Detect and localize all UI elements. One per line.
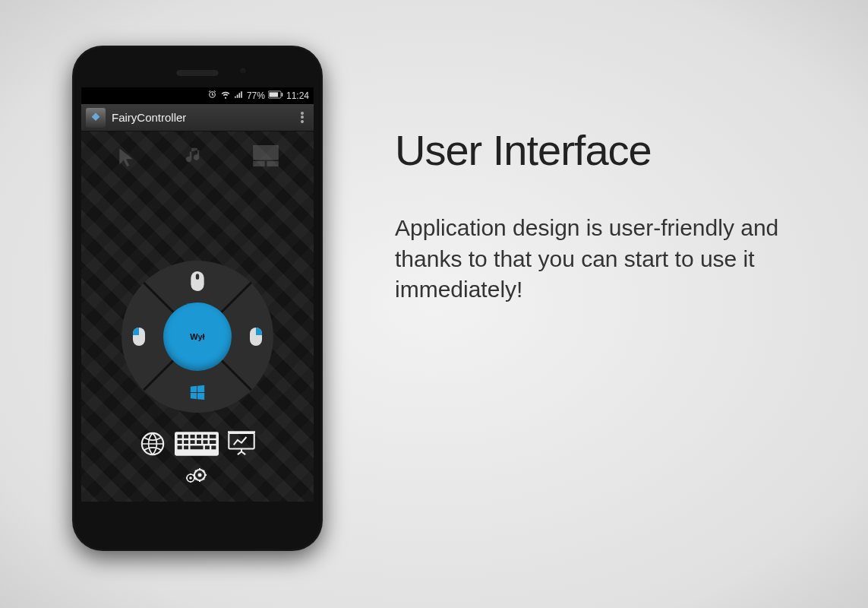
phone-frame: 77% 11:24 FairyController xyxy=(72,46,323,551)
wifi-icon xyxy=(220,90,231,102)
svg-rect-27 xyxy=(229,433,254,449)
mouse-right-button[interactable] xyxy=(249,328,263,349)
battery-percent: 77% xyxy=(247,90,265,101)
svg-rect-25 xyxy=(205,445,210,449)
keyboard-icon[interactable] xyxy=(175,431,219,460)
svg-rect-3 xyxy=(253,145,279,160)
control-wheel: Wył xyxy=(122,261,273,413)
svg-rect-24 xyxy=(191,445,204,449)
marketing-heading: User Interface xyxy=(395,125,815,175)
svg-rect-2 xyxy=(282,93,283,97)
mouse-top-button[interactable] xyxy=(190,271,205,294)
app-icon xyxy=(86,108,106,128)
svg-rect-14 xyxy=(203,435,207,439)
svg-rect-19 xyxy=(197,440,201,444)
svg-rect-11 xyxy=(184,435,188,439)
front-camera xyxy=(239,67,247,74)
mouse-left-button[interactable] xyxy=(132,328,146,349)
svg-rect-1 xyxy=(270,92,279,97)
gear-icon[interactable] xyxy=(186,465,209,488)
marketing-body: Application design is user-friendly and … xyxy=(395,213,815,306)
clock: 11:24 xyxy=(286,90,309,101)
marketing-copy: User Interface Application design is use… xyxy=(395,125,815,306)
app-title: FairyController xyxy=(112,111,186,124)
svg-rect-17 xyxy=(184,440,188,444)
svg-rect-16 xyxy=(178,440,182,444)
status-bar: 77% 11:24 xyxy=(81,87,314,104)
music-icon[interactable] xyxy=(183,145,206,171)
touchpad-icon[interactable] xyxy=(253,145,279,171)
cursor-icon[interactable] xyxy=(116,145,136,171)
svg-point-32 xyxy=(189,477,192,480)
svg-rect-4 xyxy=(253,161,264,166)
svg-point-30 xyxy=(198,473,202,477)
battery-icon xyxy=(268,90,283,101)
center-label: Wył xyxy=(190,332,204,341)
svg-rect-18 xyxy=(191,440,195,444)
signal-icon xyxy=(234,90,244,102)
earpiece xyxy=(177,70,219,76)
globe-icon[interactable] xyxy=(140,431,166,460)
svg-rect-28 xyxy=(228,431,255,433)
svg-rect-15 xyxy=(210,435,216,439)
app-bar: FairyController xyxy=(81,104,314,131)
alarm-icon xyxy=(207,90,217,102)
svg-rect-10 xyxy=(178,435,182,439)
svg-rect-21 xyxy=(210,440,216,444)
svg-rect-26 xyxy=(211,445,216,449)
svg-rect-20 xyxy=(203,440,207,444)
svg-rect-12 xyxy=(191,435,195,439)
phone-screen: 77% 11:24 FairyController xyxy=(81,87,314,502)
center-button[interactable]: Wył xyxy=(163,302,232,371)
app-content: Wył xyxy=(81,131,314,502)
svg-rect-22 xyxy=(178,445,182,449)
overflow-menu-button[interactable] xyxy=(295,110,309,125)
svg-rect-7 xyxy=(196,274,199,280)
svg-rect-5 xyxy=(267,161,278,166)
presentation-icon[interactable] xyxy=(228,431,255,460)
windows-button[interactable] xyxy=(188,384,207,404)
svg-rect-23 xyxy=(184,445,188,449)
svg-rect-13 xyxy=(197,435,201,439)
